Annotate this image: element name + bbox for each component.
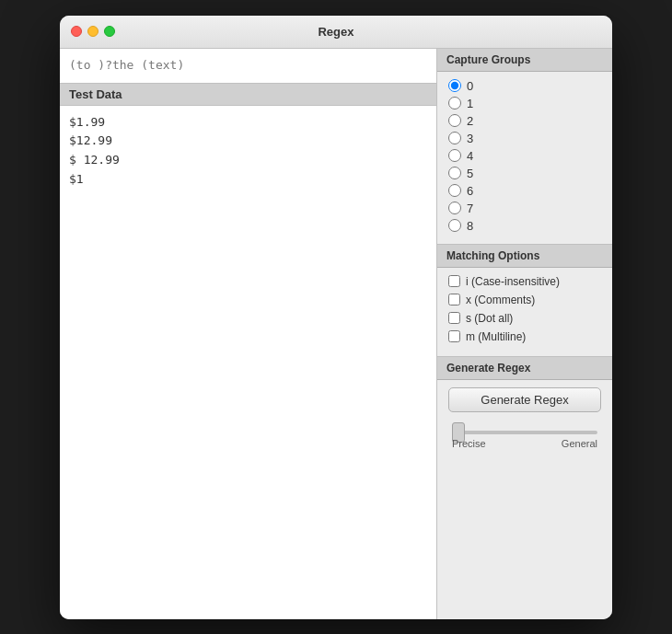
precision-slider[interactable] — [452, 431, 597, 434]
capture-groups: 0 1 2 3 4 — [437, 72, 612, 245]
capture-group-3[interactable]: 3 — [448, 132, 601, 145]
capture-group-0[interactable]: 0 — [448, 79, 601, 93]
left-panel: Test Data $1.99 $12.99 $ 12.99 $1 — [60, 49, 437, 619]
capture-label-0: 0 — [467, 79, 473, 93]
capture-label-5: 5 — [467, 167, 473, 180]
checkbox-comments[interactable] — [448, 294, 460, 305]
checkbox-case-insensitive[interactable] — [448, 275, 460, 287]
capture-label-3: 3 — [467, 132, 473, 145]
close-button[interactable] — [71, 26, 82, 37]
slider-container: Precise General — [448, 421, 601, 449]
window-title: Regex — [318, 25, 353, 39]
maximize-button[interactable] — [104, 26, 115, 37]
capture-label-6: 6 — [467, 184, 473, 198]
regex-input-area[interactable] — [60, 49, 436, 84]
capture-group-1[interactable]: 1 — [448, 97, 601, 110]
test-data-line-2: $12.99 — [69, 132, 427, 151]
slider-label-precise: Precise — [452, 438, 486, 449]
capture-radio-6[interactable] — [448, 184, 461, 197]
capture-label-7: 7 — [467, 202, 473, 215]
label-comments: x (Comments) — [466, 294, 535, 306]
app-window: Regex Test Data $1.99 $12.99 $ 12.99 $1 … — [60, 16, 612, 619]
capture-group-5[interactable]: 5 — [448, 167, 601, 180]
test-data-header: Test Data — [60, 84, 436, 106]
regex-input[interactable] — [69, 58, 427, 72]
titlebar: Regex — [60, 16, 612, 49]
right-panel: Capture Groups 0 1 2 3 — [437, 49, 612, 619]
capture-label-4: 4 — [467, 149, 473, 163]
capture-group-2[interactable]: 2 — [448, 114, 601, 128]
capture-label-2: 2 — [467, 114, 473, 128]
test-data-line-3: $ 12.99 — [69, 151, 427, 170]
capture-radio-3[interactable] — [448, 132, 461, 144]
capture-groups-header: Capture Groups — [437, 49, 612, 72]
generate-regex-header: Generate Regex — [437, 357, 612, 380]
matching-option-s[interactable]: s (Dot all) — [448, 312, 601, 325]
label-multiline: m (Multiline) — [466, 330, 526, 343]
test-data-line-1: $1.99 — [69, 113, 427, 133]
label-case-insensitive: i (Case-insensitive) — [466, 275, 560, 288]
capture-radio-0[interactable] — [448, 79, 461, 92]
capture-group-7[interactable]: 7 — [448, 202, 601, 215]
main-content: Test Data $1.99 $12.99 $ 12.99 $1 Captur… — [60, 49, 612, 619]
capture-group-6[interactable]: 6 — [448, 184, 601, 198]
checkbox-dot-all[interactable] — [448, 312, 460, 324]
capture-radio-1[interactable] — [448, 97, 461, 110]
capture-group-8[interactable]: 8 — [448, 219, 601, 233]
minimize-button[interactable] — [87, 26, 98, 37]
generate-regex-button[interactable]: Generate Regex — [448, 387, 601, 412]
matching-options: i (Case-insensitive) x (Comments) s (Dot… — [437, 268, 612, 357]
checkbox-multiline[interactable] — [448, 330, 460, 342]
traffic-lights — [71, 26, 115, 37]
capture-group-4[interactable]: 4 — [448, 149, 601, 163]
capture-radio-2[interactable] — [448, 114, 461, 127]
label-dot-all: s (Dot all) — [466, 312, 513, 325]
test-data-line-4: $1 — [69, 170, 427, 190]
test-data-body[interactable]: $1.99 $12.99 $ 12.99 $1 — [60, 106, 436, 619]
capture-radio-7[interactable] — [448, 202, 461, 214]
capture-label-1: 1 — [467, 97, 473, 110]
capture-radio-4[interactable] — [448, 149, 461, 162]
matching-options-header: Matching Options — [437, 245, 612, 268]
capture-radio-8[interactable] — [448, 219, 461, 232]
slider-label-general: General — [562, 438, 597, 449]
matching-option-i[interactable]: i (Case-insensitive) — [448, 275, 601, 288]
matching-option-x[interactable]: x (Comments) — [448, 294, 601, 306]
capture-radio-5[interactable] — [448, 167, 461, 179]
matching-option-m[interactable]: m (Multiline) — [448, 330, 601, 343]
capture-label-8: 8 — [467, 219, 473, 233]
generate-section: Generate Regex Precise General — [437, 380, 612, 619]
